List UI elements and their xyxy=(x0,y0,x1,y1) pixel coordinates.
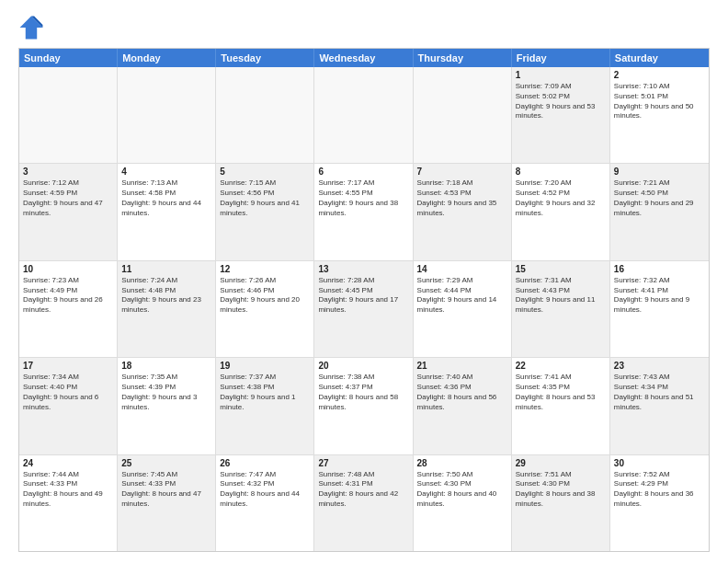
day-info: Sunrise: 7:09 AM Sunset: 5:02 PM Dayligh… xyxy=(516,82,606,121)
calendar-header-tuesday: Tuesday xyxy=(216,49,314,67)
calendar-header: SundayMondayTuesdayWednesdayThursdayFrid… xyxy=(19,49,709,67)
day-info: Sunrise: 7:41 AM Sunset: 4:35 PM Dayligh… xyxy=(516,373,606,412)
calendar-cell-29: 29Sunrise: 7:51 AM Sunset: 4:30 PM Dayli… xyxy=(512,455,610,551)
day-number: 18 xyxy=(121,361,211,371)
page: SundayMondayTuesdayWednesdayThursdayFrid… xyxy=(0,0,728,563)
calendar-cell-empty-0-0 xyxy=(19,67,118,163)
logo xyxy=(18,15,48,40)
calendar-row-3: 17Sunrise: 7:34 AM Sunset: 4:40 PM Dayli… xyxy=(19,357,709,454)
day-info: Sunrise: 7:37 AM Sunset: 4:38 PM Dayligh… xyxy=(220,373,310,412)
calendar-cell-17: 17Sunrise: 7:34 AM Sunset: 4:40 PM Dayli… xyxy=(19,358,118,454)
calendar-header-friday: Friday xyxy=(512,49,610,67)
calendar-cell-11: 11Sunrise: 7:24 AM Sunset: 4:48 PM Dayli… xyxy=(118,261,216,357)
calendar-cell-14: 14Sunrise: 7:29 AM Sunset: 4:44 PM Dayli… xyxy=(414,261,512,357)
calendar-cell-26: 26Sunrise: 7:47 AM Sunset: 4:32 PM Dayli… xyxy=(216,455,314,551)
calendar-row-1: 3Sunrise: 7:12 AM Sunset: 4:59 PM Daylig… xyxy=(19,163,709,259)
calendar-body: 1Sunrise: 7:09 AM Sunset: 5:02 PM Daylig… xyxy=(19,67,709,551)
day-number: 22 xyxy=(516,361,606,371)
day-info: Sunrise: 7:18 AM Sunset: 4:53 PM Dayligh… xyxy=(417,178,507,218)
day-info: Sunrise: 7:15 AM Sunset: 4:56 PM Dayligh… xyxy=(220,178,310,218)
calendar-cell-27: 27Sunrise: 7:48 AM Sunset: 4:31 PM Dayli… xyxy=(314,455,413,551)
day-number: 28 xyxy=(417,458,507,468)
day-number: 16 xyxy=(614,264,705,274)
svg-marker-0 xyxy=(20,17,43,40)
day-info: Sunrise: 7:21 AM Sunset: 4:50 PM Dayligh… xyxy=(614,178,705,218)
day-info: Sunrise: 7:28 AM Sunset: 4:45 PM Dayligh… xyxy=(318,276,408,316)
day-number: 2 xyxy=(614,70,705,80)
calendar-cell-6: 6Sunrise: 7:17 AM Sunset: 4:55 PM Daylig… xyxy=(314,164,413,259)
calendar-cell-4: 4Sunrise: 7:13 AM Sunset: 4:58 PM Daylig… xyxy=(118,164,216,259)
day-info: Sunrise: 7:48 AM Sunset: 4:31 PM Dayligh… xyxy=(318,470,408,510)
day-number: 14 xyxy=(417,264,507,274)
day-info: Sunrise: 7:34 AM Sunset: 4:40 PM Dayligh… xyxy=(23,373,113,412)
day-number: 12 xyxy=(220,264,310,274)
day-number: 27 xyxy=(318,458,408,468)
calendar-cell-12: 12Sunrise: 7:26 AM Sunset: 4:46 PM Dayli… xyxy=(216,261,314,357)
day-info: Sunrise: 7:10 AM Sunset: 5:01 PM Dayligh… xyxy=(614,82,705,121)
calendar-cell-20: 20Sunrise: 7:38 AM Sunset: 4:37 PM Dayli… xyxy=(314,358,413,454)
day-number: 3 xyxy=(23,167,113,177)
day-number: 26 xyxy=(220,458,310,468)
day-info: Sunrise: 7:26 AM Sunset: 4:46 PM Dayligh… xyxy=(220,276,310,316)
day-info: Sunrise: 7:51 AM Sunset: 4:30 PM Dayligh… xyxy=(516,470,606,510)
calendar-cell-28: 28Sunrise: 7:50 AM Sunset: 4:30 PM Dayli… xyxy=(414,455,512,551)
day-info: Sunrise: 7:38 AM Sunset: 4:37 PM Dayligh… xyxy=(318,373,408,412)
day-number: 25 xyxy=(121,458,211,468)
day-info: Sunrise: 7:40 AM Sunset: 4:36 PM Dayligh… xyxy=(417,373,507,412)
day-info: Sunrise: 7:23 AM Sunset: 4:49 PM Dayligh… xyxy=(23,276,113,316)
calendar-header-thursday: Thursday xyxy=(414,49,512,67)
calendar-header-monday: Monday xyxy=(118,49,216,67)
calendar-cell-5: 5Sunrise: 7:15 AM Sunset: 4:56 PM Daylig… xyxy=(216,164,314,259)
day-number: 19 xyxy=(220,361,310,371)
day-info: Sunrise: 7:17 AM Sunset: 4:55 PM Dayligh… xyxy=(318,178,408,218)
day-number: 4 xyxy=(121,167,211,177)
calendar-cell-empty-0-3 xyxy=(314,67,413,163)
day-number: 8 xyxy=(516,167,606,177)
calendar-cell-1: 1Sunrise: 7:09 AM Sunset: 5:02 PM Daylig… xyxy=(512,67,610,163)
calendar-cell-2: 2Sunrise: 7:10 AM Sunset: 5:01 PM Daylig… xyxy=(610,67,709,163)
day-number: 13 xyxy=(318,264,408,274)
calendar-cell-24: 24Sunrise: 7:44 AM Sunset: 4:33 PM Dayli… xyxy=(19,455,118,551)
calendar-cell-22: 22Sunrise: 7:41 AM Sunset: 4:35 PM Dayli… xyxy=(512,358,610,454)
calendar-cell-3: 3Sunrise: 7:12 AM Sunset: 4:59 PM Daylig… xyxy=(19,164,118,259)
day-number: 1 xyxy=(516,70,606,80)
calendar-cell-empty-0-1 xyxy=(118,67,216,163)
calendar-row-4: 24Sunrise: 7:44 AM Sunset: 4:33 PM Dayli… xyxy=(19,454,709,551)
calendar-row-0: 1Sunrise: 7:09 AM Sunset: 5:02 PM Daylig… xyxy=(19,67,709,163)
calendar-cell-9: 9Sunrise: 7:21 AM Sunset: 4:50 PM Daylig… xyxy=(610,164,709,259)
calendar-cell-19: 19Sunrise: 7:37 AM Sunset: 4:38 PM Dayli… xyxy=(216,358,314,454)
day-number: 23 xyxy=(614,361,705,371)
calendar-cell-8: 8Sunrise: 7:20 AM Sunset: 4:52 PM Daylig… xyxy=(512,164,610,259)
calendar-cell-30: 30Sunrise: 7:52 AM Sunset: 4:29 PM Dayli… xyxy=(610,455,709,551)
day-number: 30 xyxy=(614,458,705,468)
calendar-cell-25: 25Sunrise: 7:45 AM Sunset: 4:33 PM Dayli… xyxy=(118,455,216,551)
calendar-cell-15: 15Sunrise: 7:31 AM Sunset: 4:43 PM Dayli… xyxy=(512,261,610,357)
calendar-cell-7: 7Sunrise: 7:18 AM Sunset: 4:53 PM Daylig… xyxy=(414,164,512,259)
day-number: 15 xyxy=(516,264,606,274)
calendar-header-saturday: Saturday xyxy=(610,49,709,67)
day-info: Sunrise: 7:35 AM Sunset: 4:39 PM Dayligh… xyxy=(121,373,211,412)
day-info: Sunrise: 7:43 AM Sunset: 4:34 PM Dayligh… xyxy=(614,373,705,412)
day-number: 29 xyxy=(516,458,606,468)
calendar-row-2: 10Sunrise: 7:23 AM Sunset: 4:49 PM Dayli… xyxy=(19,260,709,357)
calendar-header-wednesday: Wednesday xyxy=(314,49,413,67)
calendar-cell-10: 10Sunrise: 7:23 AM Sunset: 4:49 PM Dayli… xyxy=(19,261,118,357)
calendar-cell-18: 18Sunrise: 7:35 AM Sunset: 4:39 PM Dayli… xyxy=(118,358,216,454)
day-number: 24 xyxy=(23,458,113,468)
day-number: 20 xyxy=(318,361,408,371)
logo-icon xyxy=(18,15,44,40)
day-number: 9 xyxy=(614,167,705,177)
day-info: Sunrise: 7:45 AM Sunset: 4:33 PM Dayligh… xyxy=(121,470,211,510)
day-number: 21 xyxy=(417,361,507,371)
day-info: Sunrise: 7:12 AM Sunset: 4:59 PM Dayligh… xyxy=(23,178,113,218)
calendar-header-sunday: Sunday xyxy=(19,49,118,67)
day-info: Sunrise: 7:31 AM Sunset: 4:43 PM Dayligh… xyxy=(516,276,606,316)
day-info: Sunrise: 7:44 AM Sunset: 4:33 PM Dayligh… xyxy=(23,470,113,510)
calendar-cell-empty-0-2 xyxy=(216,67,314,163)
day-info: Sunrise: 7:50 AM Sunset: 4:30 PM Dayligh… xyxy=(417,470,507,510)
day-number: 7 xyxy=(417,167,507,177)
day-info: Sunrise: 7:52 AM Sunset: 4:29 PM Dayligh… xyxy=(614,470,705,510)
day-number: 5 xyxy=(220,167,310,177)
day-number: 6 xyxy=(318,167,408,177)
calendar-cell-empty-0-4 xyxy=(414,67,512,163)
